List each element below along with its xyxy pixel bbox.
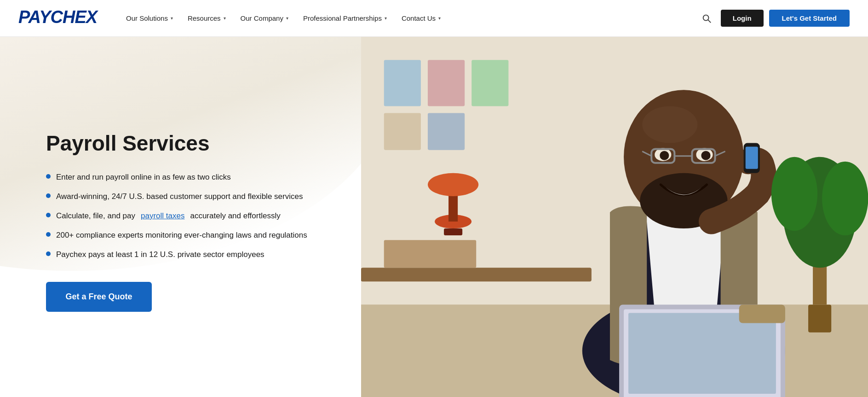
list-item: Enter and run payroll online in as few a… bbox=[46, 172, 333, 183]
bullet-text-5: Paychex pays at least 1 in 12 U.S. priva… bbox=[56, 249, 264, 260]
svg-point-27 bbox=[701, 151, 710, 160]
svg-point-1 bbox=[703, 15, 708, 20]
payroll-taxes-link[interactable]: payroll taxes bbox=[141, 210, 184, 222]
nav-item-professional-partnerships[interactable]: Professional Partnerships ▾ bbox=[297, 11, 393, 26]
bullet-dot-icon bbox=[46, 193, 51, 198]
svg-rect-6 bbox=[384, 60, 421, 106]
svg-point-22 bbox=[642, 106, 697, 143]
header-right: Login Let's Get Started bbox=[698, 10, 850, 27]
nav-item-our-company[interactable]: Our Company ▾ bbox=[234, 11, 295, 26]
bullet-text-1: Enter and run payroll online in as few a… bbox=[56, 172, 231, 183]
feature-list: Enter and run payroll online in as few a… bbox=[46, 172, 333, 260]
hero-image bbox=[361, 37, 868, 397]
svg-point-41 bbox=[771, 157, 817, 231]
bullet-dot-icon bbox=[46, 232, 51, 237]
svg-rect-7 bbox=[428, 60, 465, 106]
chevron-down-icon: ▾ bbox=[286, 16, 288, 21]
list-item: Calculate, file, and pay payroll taxes a… bbox=[46, 210, 333, 222]
svg-rect-34 bbox=[746, 147, 758, 169]
paychex-logo[interactable]: PAYCHEX bbox=[18, 6, 101, 30]
svg-rect-37 bbox=[628, 313, 776, 394]
hero-image-area bbox=[361, 37, 868, 397]
svg-rect-16 bbox=[384, 240, 477, 268]
svg-rect-43 bbox=[808, 304, 831, 332]
nav-item-our-solutions[interactable]: Our Solutions ▾ bbox=[120, 11, 179, 26]
svg-rect-10 bbox=[428, 113, 465, 150]
bullet-text-4: 200+ compliance experts monitoring ever-… bbox=[56, 230, 307, 241]
svg-rect-44 bbox=[739, 304, 785, 323]
list-item: Award-winning, 24/7 U.S. based customer … bbox=[46, 191, 333, 202]
page-title: Payroll Services bbox=[46, 131, 333, 156]
svg-rect-9 bbox=[384, 113, 421, 150]
svg-rect-14 bbox=[444, 228, 462, 235]
svg-point-26 bbox=[660, 151, 669, 160]
svg-text:PAYCHEX: PAYCHEX bbox=[18, 7, 99, 27]
bullet-dot-icon bbox=[46, 174, 51, 179]
nav-item-resources[interactable]: Resources ▾ bbox=[181, 11, 232, 26]
main-nav: Our Solutions ▾ Resources ▾ Our Company … bbox=[120, 11, 447, 26]
svg-rect-8 bbox=[471, 60, 508, 106]
nav-label-professional-partnerships: Professional Partnerships bbox=[303, 14, 382, 22]
nav-label-contact-us: Contact Us bbox=[402, 14, 436, 22]
bullet-dot-icon bbox=[46, 213, 51, 217]
search-icon bbox=[701, 13, 712, 23]
login-button[interactable]: Login bbox=[721, 10, 764, 27]
nav-label-our-solutions: Our Solutions bbox=[126, 14, 168, 22]
chevron-down-icon: ▾ bbox=[224, 16, 226, 21]
site-header: PAYCHEX Our Solutions ▾ Resources ▾ Our … bbox=[0, 0, 868, 37]
bullet-text-3-before: Calculate, file, and pay bbox=[56, 210, 135, 222]
bullet-dot-icon bbox=[46, 251, 51, 256]
list-item: 200+ compliance experts monitoring ever-… bbox=[46, 230, 333, 241]
nav-label-our-company: Our Company bbox=[241, 14, 283, 22]
chevron-down-icon: ▾ bbox=[438, 16, 441, 21]
nav-label-resources: Resources bbox=[188, 14, 221, 22]
header-left: PAYCHEX Our Solutions ▾ Resources ▾ Our … bbox=[18, 6, 447, 30]
hero-content-left: Payroll Services Enter and run payroll o… bbox=[0, 37, 361, 397]
nav-item-contact-us[interactable]: Contact Us ▾ bbox=[395, 11, 447, 26]
bullet-text-2: Award-winning, 24/7 U.S. based customer … bbox=[56, 191, 303, 202]
svg-point-13 bbox=[428, 173, 478, 196]
search-button[interactable] bbox=[698, 10, 715, 27]
get-free-quote-button[interactable]: Get a Free Quote bbox=[46, 282, 152, 312]
bullet-text-3-after: accurately and effortlessly bbox=[190, 210, 280, 222]
svg-rect-15 bbox=[361, 268, 592, 281]
list-item: Paychex pays at least 1 in 12 U.S. priva… bbox=[46, 249, 333, 260]
get-started-button[interactable]: Let's Get Started bbox=[769, 10, 850, 27]
svg-line-2 bbox=[708, 20, 711, 23]
svg-point-42 bbox=[822, 162, 868, 235]
chevron-down-icon: ▾ bbox=[171, 16, 173, 21]
chevron-down-icon: ▾ bbox=[385, 16, 387, 21]
main-content: Payroll Services Enter and run payroll o… bbox=[0, 37, 868, 397]
